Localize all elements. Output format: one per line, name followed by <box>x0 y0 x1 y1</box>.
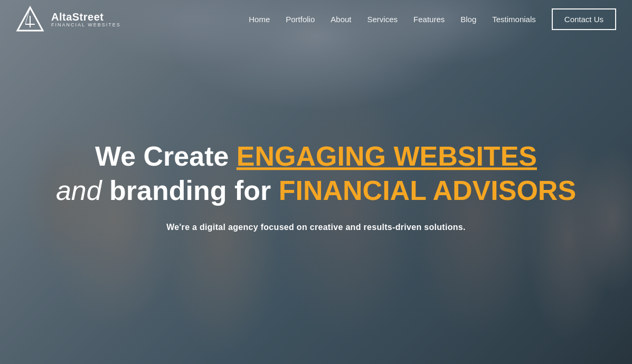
hero-headline-line1: We Create ENGAGING WEBSITES <box>32 141 600 173</box>
nav-link-testimonials[interactable]: Testimonials <box>492 15 536 24</box>
headline1-start: We Create <box>95 141 237 171</box>
nav-item-features: Features <box>413 15 445 24</box>
main-navigation: AltaStreet FINANCIAL WEBSITES Home Portf… <box>0 0 632 39</box>
hero-content: We Create ENGAGING WEBSITES and branding… <box>32 141 600 232</box>
nav-link-blog[interactable]: Blog <box>460 15 476 24</box>
nav-contact-button[interactable]: Contact Us <box>552 8 616 30</box>
headline1-highlight: ENGAGING WEBSITES <box>237 141 537 171</box>
nav-link-services[interactable]: Services <box>367 15 398 24</box>
nav-links-list: Home Portfolio About Services Features B… <box>249 15 616 24</box>
logo-name: AltaStreet <box>51 11 121 23</box>
headline2-middle: branding for <box>102 175 279 206</box>
nav-item-testimonials: Testimonials <box>492 15 536 24</box>
nav-link-features[interactable]: Features <box>413 15 445 24</box>
logo-text-area: AltaStreet FINANCIAL WEBSITES <box>51 11 121 28</box>
nav-item-about: About <box>331 15 351 24</box>
headline2-highlight: FINANCIAL ADVISORS <box>279 175 576 206</box>
nav-link-portfolio[interactable]: Portfolio <box>286 15 315 24</box>
nav-link-about[interactable]: About <box>331 15 351 24</box>
nav-item-contact: Contact Us <box>552 15 616 24</box>
nav-link-home[interactable]: Home <box>249 15 270 24</box>
headline2-italic: and <box>56 175 102 206</box>
nav-item-portfolio: Portfolio <box>286 15 315 24</box>
nav-item-blog: Blog <box>460 15 476 24</box>
logo-link[interactable]: AltaStreet FINANCIAL WEBSITES <box>16 5 121 34</box>
nav-item-home: Home <box>249 15 270 24</box>
logo-subtitle: FINANCIAL WEBSITES <box>51 23 121 28</box>
hero-subtext: We're a digital agency focused on creati… <box>32 223 600 232</box>
hero-headline-line2: and branding for FINANCIAL ADVISORS <box>32 175 600 207</box>
logo-icon <box>16 5 45 34</box>
nav-item-services: Services <box>367 15 398 24</box>
